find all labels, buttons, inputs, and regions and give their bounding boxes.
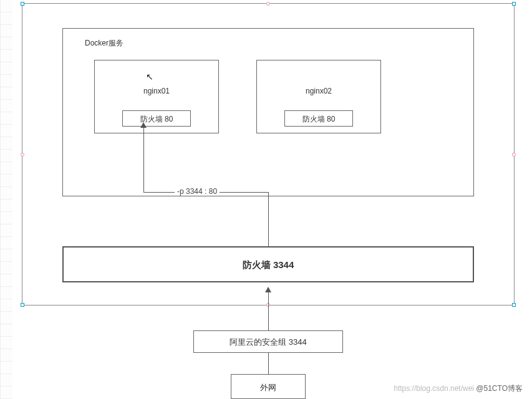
resize-handle-nw[interactable] (21, 2, 24, 6)
watermark-text: https://blog.csdn.net/wei @51CTO博客 (394, 383, 523, 394)
mouse-cursor-icon: ↖ (146, 72, 153, 82)
connector-line (143, 125, 144, 192)
arrow-head-icon (140, 122, 147, 128)
firewall-label: 防火墙 80 (302, 115, 336, 123)
resize-handle-n[interactable] (266, 2, 270, 6)
container-nginx02-title: nginx02 (257, 87, 380, 95)
resize-handle-sw[interactable] (21, 303, 24, 307)
container-nginx02-firewall[interactable]: 防火墙 80 (284, 110, 353, 127)
connector-line (268, 353, 269, 374)
host-firewall-box[interactable]: 防火墙 3344 (62, 246, 474, 282)
docker-host-label: Docker服务 (85, 38, 123, 49)
grid-background (0, 0, 12, 399)
resize-handle-ne[interactable] (512, 2, 516, 6)
security-group-box[interactable]: 阿里云的安全组 3344 (193, 330, 343, 353)
internet-box[interactable]: 外网 (231, 374, 306, 399)
container-nginx02[interactable]: nginx02 防火墙 80 (256, 60, 381, 133)
diagram-canvas[interactable]: Docker服务 ↖ nginx01 防火墙 80 nginx02 防火墙 80… (12, 0, 532, 399)
docker-host-box[interactable]: Docker服务 ↖ nginx01 防火墙 80 nginx02 防火墙 80 (62, 28, 474, 196)
security-group-label: 阿里云的安全组 3344 (230, 337, 307, 347)
container-nginx01-title: nginx01 (95, 87, 218, 95)
connector-line (268, 292, 269, 330)
host-firewall-label: 防火墙 3344 (243, 259, 294, 270)
connector-line (268, 192, 269, 246)
resize-handle-w[interactable] (21, 153, 24, 156)
container-nginx01[interactable]: ↖ nginx01 防火墙 80 (94, 60, 219, 133)
container-nginx01-firewall[interactable]: 防火墙 80 (122, 110, 191, 127)
port-mapping-label: -p 3344 : 80 (175, 187, 220, 196)
resize-handle-se[interactable] (512, 303, 516, 307)
arrow-head-icon (265, 287, 271, 292)
internet-label: 外网 (260, 383, 276, 392)
resize-handle-e[interactable] (512, 153, 516, 156)
